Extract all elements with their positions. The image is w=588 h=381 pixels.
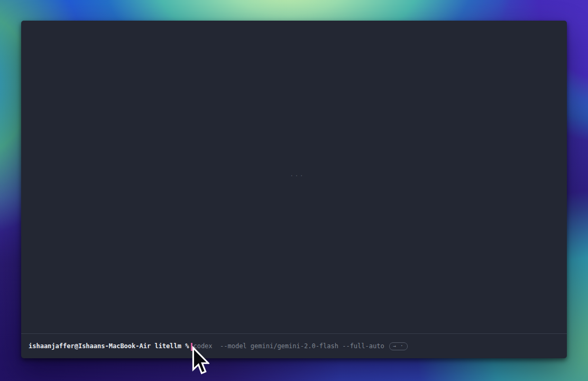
shell-prompt: ishaanjaffer@Ishaans-MacBook-Air litellm… — [29, 342, 189, 350]
loading-ellipsis: ... — [290, 170, 305, 178]
terminal-output-area: ... — [21, 21, 567, 333]
command-input[interactable]: ishaanjaffer@Ishaans-MacBook-Air litellm… — [21, 334, 567, 358]
terminal-window[interactable]: ... ishaanjaffer@Ishaans-MacBook-Air lit… — [21, 21, 567, 358]
mouse-pointer-icon — [192, 346, 209, 376]
command-suggestion: codex --model gemini/gemini-2.0-flash --… — [193, 342, 384, 350]
accept-suggestion-hint-badge: → · — [389, 342, 408, 350]
desktop-wallpaper: ... ishaanjaffer@Ishaans-MacBook-Air lit… — [0, 0, 588, 381]
